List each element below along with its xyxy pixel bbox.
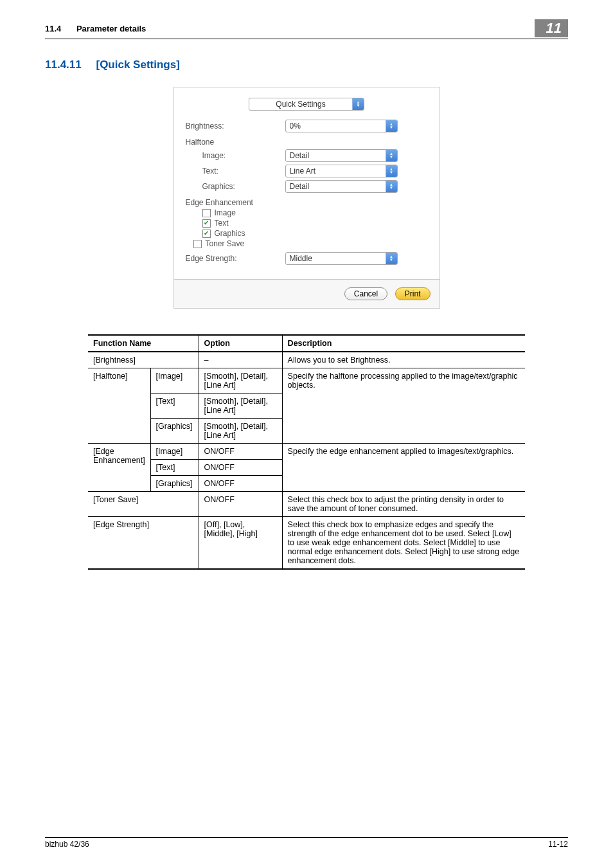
cell-opt: ON/OFF xyxy=(199,444,282,460)
preset-dropdown[interactable]: Quick Settings ▲▼ xyxy=(249,98,364,111)
cell-sub: [Text] xyxy=(150,460,199,476)
cell-opt: [Off], [Low], [Middle], [High] xyxy=(199,517,282,570)
image-checkbox[interactable] xyxy=(202,209,211,217)
brightness-label: Brightness: xyxy=(186,122,285,131)
stepper-icon: ▲▼ xyxy=(386,150,397,161)
cell-sub: [Image] xyxy=(150,444,199,460)
halftone-text-dropdown[interactable]: Line Art ▲▼ xyxy=(285,165,398,177)
header-section-number: 11.4 xyxy=(45,24,61,33)
section-heading-title: [Quick Settings] xyxy=(96,59,179,71)
cell-sub: [Graphics] xyxy=(150,476,199,492)
cell-opt: [Smooth], [Detail], [Line Art] xyxy=(199,368,282,393)
table-row: [Toner Save] ON/OFF Select this check bo… xyxy=(88,492,525,517)
section-heading-number: 11.4.11 xyxy=(45,59,82,71)
stepper-icon: ▲▼ xyxy=(386,181,397,192)
halftone-group-label: Halftone xyxy=(186,138,428,147)
edge-strength-value: Middle xyxy=(286,255,386,262)
page-header: 11.4 Parameter details 11 xyxy=(45,19,568,39)
cell-opt: ON/OFF xyxy=(199,476,282,492)
th-description: Description xyxy=(282,335,525,352)
quick-settings-panel: Quick Settings ▲▼ Brightness: 0% ▲▼ Half… xyxy=(173,87,440,309)
edge-enhancement-group-label: Edge Enhancement xyxy=(186,198,428,207)
edge-strength-dropdown[interactable]: Middle ▲▼ xyxy=(285,252,398,265)
graphics-checkbox-label: Graphics xyxy=(215,229,245,238)
toner-save-checkbox[interactable] xyxy=(193,240,202,248)
cell-opt: ON/OFF xyxy=(199,492,282,517)
footer-left: bizhub 42/36 xyxy=(45,840,89,849)
cell-opt: [Smooth], [Detail], [Line Art] xyxy=(199,393,282,419)
edge-strength-label: Edge Strength: xyxy=(186,254,285,263)
halftone-text-label: Text: xyxy=(186,167,285,176)
stepper-icon: ▲▼ xyxy=(386,120,397,132)
toner-save-checkbox-label: Toner Save xyxy=(206,239,245,248)
header-left: 11.4 Parameter details xyxy=(45,24,146,33)
halftone-graphics-label: Graphics: xyxy=(186,182,285,191)
halftone-image-label: Image: xyxy=(186,151,285,160)
text-checkbox-label: Text xyxy=(215,219,229,228)
cell-opt: – xyxy=(199,352,282,368)
cell-opt: [Smooth], [Detail], [Line Art] xyxy=(199,419,282,444)
cell-sub: [Image] xyxy=(150,368,199,393)
cell-fn: [Toner Save] xyxy=(88,492,199,517)
preset-dropdown-value: Quick Settings xyxy=(249,100,352,108)
halftone-text-value: Line Art xyxy=(286,167,386,175)
cell-opt: ON/OFF xyxy=(199,460,282,476)
cell-desc: Specify the edge enhancement applied to … xyxy=(282,444,525,492)
footer-right: 11-12 xyxy=(548,840,568,849)
chapter-badge: 11 xyxy=(535,19,568,37)
th-option: Option xyxy=(199,335,282,352)
brightness-dropdown[interactable]: 0% ▲▼ xyxy=(285,120,398,132)
cancel-button[interactable]: Cancel xyxy=(344,287,387,300)
cell-desc: Select this check box to adjust the prin… xyxy=(282,492,525,517)
page-footer: bizhub 42/36 11-12 xyxy=(45,837,568,849)
halftone-image-dropdown[interactable]: Detail ▲▼ xyxy=(285,149,398,162)
cell-sub: [Graphics] xyxy=(150,419,199,444)
dialog-footer: Cancel Print xyxy=(174,279,440,308)
cell-desc: Allows you to set Brightness. xyxy=(282,352,525,368)
section-heading: 11.4.11 [Quick Settings] xyxy=(45,59,568,71)
header-section-title: Parameter details xyxy=(76,24,146,33)
table-row: [Edge Strength] [Off], [Low], [Middle], … xyxy=(88,517,525,570)
image-checkbox-label: Image xyxy=(215,208,236,217)
parameters-table: Function Name Option Description [Bright… xyxy=(88,334,525,570)
table-row: [Edge Enhancement] [Image] ON/OFF Specif… xyxy=(88,444,525,460)
cell-fn: [Edge Strength] xyxy=(88,517,199,570)
halftone-graphics-dropdown[interactable]: Detail ▲▼ xyxy=(285,180,398,193)
graphics-checkbox[interactable]: ✔ xyxy=(202,230,211,238)
table-row: [Brightness] – Allows you to set Brightn… xyxy=(88,352,525,368)
halftone-graphics-value: Detail xyxy=(286,183,386,190)
stepper-icon: ▲▼ xyxy=(386,253,397,264)
cell-desc: Select this check box to emphasize edges… xyxy=(282,517,525,570)
stepper-icon: ▲▼ xyxy=(386,165,397,177)
halftone-image-value: Detail xyxy=(286,152,386,159)
cell-sub: [Text] xyxy=(150,393,199,419)
cell-desc: Specify the halftone processing applied … xyxy=(282,368,525,444)
th-function-name: Function Name xyxy=(88,335,199,352)
stepper-icon: ▲▼ xyxy=(352,98,364,110)
text-checkbox[interactable]: ✔ xyxy=(202,219,211,228)
print-button[interactable]: Print xyxy=(395,287,431,300)
brightness-value: 0% xyxy=(286,122,386,130)
table-row: [Halftone] [Image] [Smooth], [Detail], [… xyxy=(88,368,525,393)
cell-fn: [Edge Enhancement] xyxy=(88,444,150,492)
cell-fn: [Halftone] xyxy=(88,368,150,444)
cell-fn: [Brightness] xyxy=(88,352,199,368)
